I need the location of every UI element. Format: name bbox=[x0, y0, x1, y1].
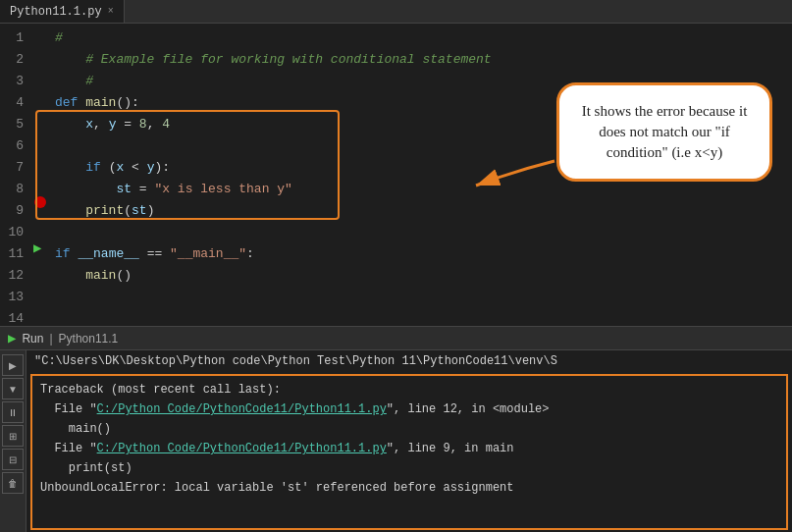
code-line-12: main() bbox=[55, 265, 792, 287]
expand-button[interactable]: ⊞ bbox=[2, 425, 24, 447]
code-line-13 bbox=[55, 287, 792, 308]
code-line-10 bbox=[55, 222, 792, 243]
code-line-1: # bbox=[55, 27, 792, 49]
code-line-2: # Example file for working with conditio… bbox=[55, 49, 792, 71]
tab-close-icon[interactable]: × bbox=[108, 6, 114, 17]
tb-error-line: UnboundLocalError: local variable 'st' r… bbox=[40, 478, 778, 498]
panel-run-label: Run bbox=[22, 332, 43, 346]
panel-side-buttons: ▶ ▼ ⏸ ⊞ ⊟ 🗑 bbox=[0, 350, 26, 532]
tb-link-1[interactable]: C:/Python Code/PythonCode11/Python11.1.p… bbox=[97, 402, 387, 416]
delete-button[interactable]: 🗑 bbox=[2, 472, 24, 494]
tb-line-2: File "C:/Python Code/PythonCode11/Python… bbox=[40, 399, 778, 419]
panel-separator: | bbox=[49, 332, 52, 346]
pause-button[interactable]: ⏸ bbox=[2, 401, 24, 423]
arrow-icon bbox=[466, 141, 564, 200]
execution-path: "C:\Users\DK\Desktop\Python code\Python … bbox=[26, 350, 792, 372]
tb-line-4: File "C:/Python Code/PythonCode11/Python… bbox=[40, 439, 778, 458]
tb-line-5: print(st) bbox=[40, 458, 778, 478]
code-line-14 bbox=[55, 308, 792, 326]
collapse-button[interactable]: ⊟ bbox=[2, 449, 24, 470]
run-arrow-icon: ▶ bbox=[33, 239, 41, 256]
tb-line-3: main() bbox=[40, 419, 778, 439]
line-numbers: 1 2 3 4 5 6 7 8 9 10 11 12 13 14 bbox=[0, 24, 31, 326]
tb-link-2[interactable]: C:/Python Code/PythonCode11/Python11.1.p… bbox=[97, 442, 387, 455]
code-line-9: print(st) bbox=[55, 200, 792, 222]
panel-body: ▶ ▼ ⏸ ⊞ ⊟ 🗑 "C:\Users\DK\Desktop\Python … bbox=[0, 350, 792, 532]
tab-filename: Python11.1.py bbox=[10, 5, 102, 19]
panel-content: "C:\Users\DK\Desktop\Python code\Python … bbox=[26, 350, 792, 532]
traceback-box: Traceback (most recent call last): File … bbox=[30, 374, 788, 530]
gutter: ▶ bbox=[31, 24, 51, 326]
scroll-down-button[interactable]: ▼ bbox=[2, 378, 24, 399]
file-tab[interactable]: Python11.1.py × bbox=[0, 0, 125, 23]
panel-run-button[interactable]: ▶ bbox=[8, 330, 16, 346]
tab-bar: Python11.1.py × bbox=[0, 0, 792, 24]
editor-area: 1 2 3 4 5 6 7 8 9 10 11 12 13 14 ▶ # # E… bbox=[0, 24, 792, 326]
run-button[interactable]: ▶ bbox=[2, 354, 24, 376]
code-line-11: if __name__ == "__main__": bbox=[55, 243, 792, 265]
code-line-8: st = "x is less than y" bbox=[55, 179, 792, 200]
speech-bubble-text: It shows the error because it does not m… bbox=[582, 103, 748, 160]
bottom-panel: ▶ Run | Python11.1 ▶ ▼ ⏸ ⊞ ⊟ 🗑 "C:\Users… bbox=[0, 326, 792, 532]
tb-line-1: Traceback (most recent call last): bbox=[40, 380, 778, 399]
panel-subtitle: Python11.1 bbox=[59, 332, 119, 346]
breakpoint-icon bbox=[34, 196, 46, 208]
panel-header: ▶ Run | Python11.1 bbox=[0, 327, 792, 350]
speech-bubble: It shows the error because it does not m… bbox=[556, 82, 772, 182]
